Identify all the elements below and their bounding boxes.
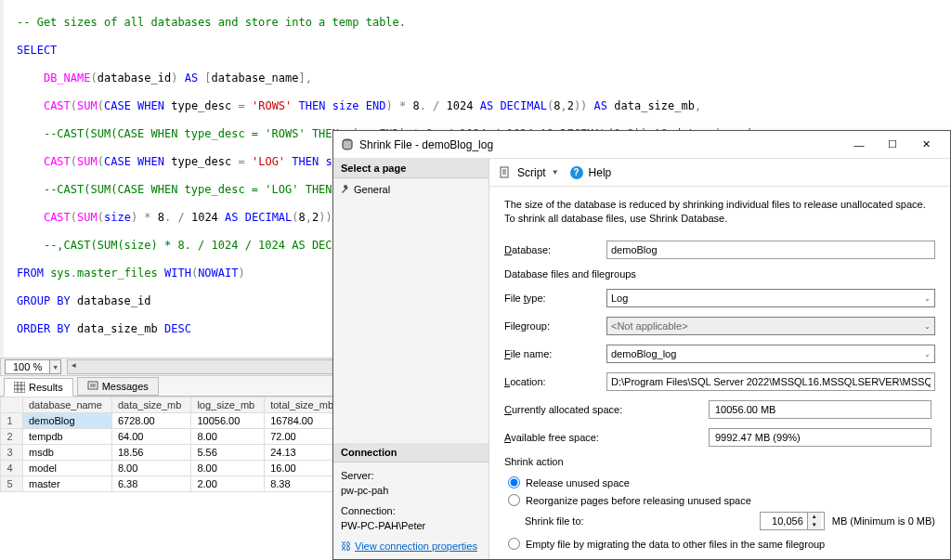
cell[interactable]: 18.56 — [111, 445, 191, 461]
shrink-to-input[interactable] — [761, 513, 807, 529]
location-field[interactable] — [606, 372, 935, 391]
svg-rect-5 — [88, 382, 98, 389]
cell[interactable]: 8.38 — [265, 476, 344, 492]
intro-text: The size of the database is reduced by s… — [504, 198, 935, 226]
reorganize-label: Reorganize pages before releasing unused… — [526, 495, 751, 506]
row-number: 5 — [1, 476, 23, 492]
available-space-value: 9992.47 MB (99%) — [709, 428, 931, 447]
database-field — [606, 241, 935, 259]
chevron-down-icon: ⌄ — [924, 294, 931, 303]
row-number: 1 — [1, 413, 23, 429]
empty-radio[interactable] — [508, 538, 520, 550]
location-label: Location: — [504, 376, 606, 387]
help-icon: ? — [570, 166, 583, 179]
connection-value: PW-PC-PAH\Peter — [341, 518, 481, 533]
cell[interactable]: 8.00 — [111, 461, 191, 476]
minimize-button[interactable]: — — [842, 132, 876, 158]
close-button[interactable]: ✕ — [909, 132, 943, 158]
cell[interactable]: master — [23, 476, 112, 492]
table-row[interactable]: 1 demoBlog 6728.00 10056.00 16784.00 — [1, 413, 344, 429]
titlebar[interactable]: Shrink File - demoBlog_log — ☐ ✕ — [333, 131, 950, 159]
zoom-level[interactable]: 100 % — [5, 359, 50, 374]
filetype-combo[interactable]: Log⌄ — [606, 289, 935, 307]
page-general[interactable]: General — [339, 182, 483, 197]
row-number: 3 — [1, 445, 23, 461]
header-row: database_name data_size_mb log_size_mb t… — [1, 397, 344, 413]
reorganize-radio[interactable] — [508, 494, 520, 506]
code-line: SELECT — [17, 44, 951, 58]
svg-rect-0 — [14, 382, 25, 393]
filename-combo[interactable]: demoBlog_log⌄ — [606, 345, 935, 363]
page-general-label: General — [354, 184, 390, 195]
cell[interactable]: 8.00 — [191, 461, 265, 476]
col-header[interactable]: log_size_mb — [191, 397, 265, 413]
cell[interactable]: tempdb — [23, 429, 112, 445]
connection-label: Connection: — [341, 503, 481, 518]
option-reorganize[interactable]: Reorganize pages before releasing unused… — [504, 494, 935, 506]
server-value: pw-pc-pah — [341, 483, 481, 498]
available-space-label: Available free space: — [504, 432, 709, 443]
help-button[interactable]: Help — [589, 166, 612, 179]
right-panel: Script ▼ ? Help The size of the database… — [489, 159, 950, 559]
tab-messages[interactable]: Messages — [77, 377, 159, 396]
cell[interactable]: 16784.00 — [265, 413, 344, 429]
table-row[interactable]: 4 model 8.00 8.00 16.00 — [1, 461, 344, 476]
spin-up-icon[interactable]: ▲ — [808, 513, 821, 521]
col-header[interactable]: total_size_mb — [265, 397, 344, 413]
row-number: 2 — [1, 429, 23, 445]
cell[interactable]: 6728.00 — [111, 413, 191, 429]
cell[interactable]: 5.56 — [191, 445, 265, 461]
shrink-to-spinner[interactable]: ▲▼ — [760, 512, 825, 530]
messages-icon — [87, 381, 98, 392]
current-space-label: Currently allocated space: — [504, 404, 709, 415]
spin-down-icon[interactable]: ▼ — [808, 521, 821, 529]
chevron-down-icon: ⌄ — [924, 350, 931, 358]
script-icon — [499, 166, 512, 179]
table-row[interactable]: 2 tempdb 64.00 8.00 72.00 — [1, 429, 344, 445]
maximize-button[interactable]: ☐ — [876, 132, 909, 158]
cell[interactable]: 10056.00 — [191, 413, 265, 429]
cell[interactable]: 24.13 — [265, 445, 344, 461]
script-button[interactable]: Script — [517, 166, 546, 179]
script-dropdown-icon[interactable]: ▼ — [552, 168, 559, 176]
cell[interactable]: 72.00 — [265, 429, 344, 445]
shrink-file-dialog: Shrink File - demoBlog_log — ☐ ✕ Select … — [332, 130, 951, 560]
filegroup-label: Filegroup: — [504, 320, 606, 332]
shrink-action-label: Shrink action — [504, 456, 935, 467]
cell[interactable]: model — [23, 461, 112, 476]
left-panel: Select a page General Connection Server:… — [333, 159, 489, 559]
select-page-header: Select a page — [333, 159, 489, 178]
filegroup-combo: <Not applicable>⌄ — [606, 317, 935, 335]
cell[interactable]: 6.38 — [111, 476, 191, 492]
current-space-value: 10056.00 MB — [709, 400, 931, 419]
tab-results[interactable]: Results — [4, 378, 73, 397]
shrink-to-label: Shrink file to: — [525, 515, 584, 527]
table-row[interactable]: 5 master 6.38 2.00 8.38 — [1, 476, 344, 492]
cell[interactable]: 64.00 — [111, 429, 191, 445]
col-header[interactable]: data_size_mb — [111, 397, 191, 413]
link-icon: ⛓ — [341, 539, 351, 553]
cell[interactable]: demoBlog — [23, 413, 112, 429]
cell[interactable]: msdb — [23, 445, 112, 461]
database-label: Database: — [504, 244, 606, 255]
row-number: 4 — [1, 461, 23, 476]
cell[interactable]: 2.00 — [191, 476, 265, 492]
tab-results-label: Results — [29, 382, 63, 393]
cell[interactable]: 16.00 — [265, 461, 344, 476]
database-icon — [341, 138, 354, 151]
shrink-to-suffix: MB (Minimum is 0 MB) — [832, 515, 935, 527]
grid-icon — [14, 382, 25, 393]
empty-label: Empty file by migrating the data to othe… — [526, 539, 825, 550]
option-release[interactable]: Release unused space — [504, 476, 935, 488]
filetype-label: File type: — [504, 293, 606, 304]
option-empty[interactable]: Empty file by migrating the data to othe… — [504, 538, 935, 550]
zoom-dropdown-icon[interactable]: ▼ — [50, 359, 61, 374]
cell[interactable]: 8.00 — [191, 429, 265, 445]
wrench-icon — [339, 184, 350, 195]
release-radio[interactable] — [508, 476, 520, 488]
chevron-down-icon: ⌄ — [924, 322, 931, 331]
col-header[interactable]: database_name — [23, 397, 112, 413]
table-row[interactable]: 3 msdb 18.56 5.56 24.13 — [1, 445, 344, 461]
connection-header: Connection — [333, 443, 489, 462]
view-connection-properties-link[interactable]: View connection properties — [355, 539, 477, 553]
